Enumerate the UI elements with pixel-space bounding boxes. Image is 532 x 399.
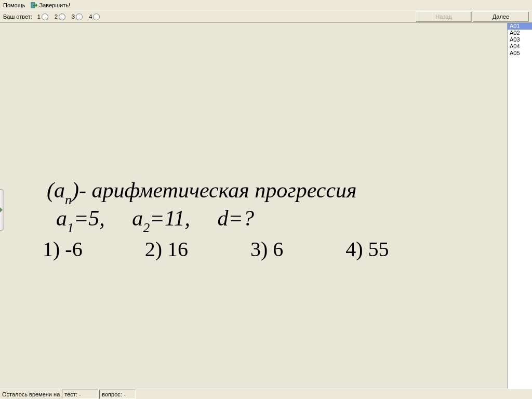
answer-display-1: 1) -6 — [43, 237, 83, 261]
answer-radio-2[interactable] — [59, 14, 65, 20]
answer-option-2[interactable]: 2 — [55, 14, 65, 20]
q2-a2rest: =11, — [150, 206, 190, 230]
back-button[interactable]: Назад — [416, 11, 472, 22]
status-time-label: Осталось времени на — [0, 390, 62, 399]
side-handle[interactable] — [0, 189, 4, 231]
q2-a1sub: 1 — [67, 220, 74, 235]
q1-post: )- арифметическая прогрессия — [72, 178, 357, 202]
q2-a2var: a — [132, 206, 143, 230]
answer-option-4-label: 4 — [89, 14, 92, 20]
menubar: Помощь Завершить! — [0, 0, 532, 10]
statusbar: Осталось времени на тест: - вопрос: - — [0, 389, 532, 399]
answer-option-2-label: 2 — [55, 14, 58, 20]
answer-option-3[interactable]: 3 — [72, 14, 83, 20]
q2-a1rest: =5, — [74, 206, 105, 230]
status-question-value: вопрос: - — [99, 390, 136, 399]
question-list-item-a02[interactable]: A02 — [508, 30, 532, 36]
answer-option-3-label: 3 — [72, 14, 75, 20]
q2-d: d=? — [218, 206, 254, 230]
answer-display-3: 3) 6 — [250, 237, 283, 261]
answer-radio-3[interactable] — [76, 14, 83, 20]
answer-toolbar-label: Ваш ответ: — [3, 14, 32, 20]
question-list-item-a05[interactable]: A05 — [508, 50, 532, 57]
answer-radio-4[interactable] — [93, 14, 100, 20]
answer-option-1[interactable]: 1 — [37, 14, 48, 20]
question-list-item-a04[interactable]: A04 — [508, 43, 532, 50]
menu-finish-label: Завершить! — [39, 2, 71, 8]
question-list-item-a01[interactable]: A01 — [508, 23, 532, 30]
q2-a1var: a — [56, 206, 67, 230]
answer-radio-group: 1 2 3 4 — [37, 14, 100, 20]
menu-help-label: Помощь — [3, 2, 25, 8]
answer-option-1-label: 1 — [37, 14, 41, 20]
question-canvas: (an)- арифметическая прогрессия a1=5, a2… — [0, 23, 507, 389]
menu-finish[interactable]: Завершить! — [30, 1, 72, 9]
answer-choices-display: 1) -6 2) 16 3) 6 4) 55 — [43, 237, 469, 261]
question-list: A01 A02 A03 A04 A05 — [507, 23, 532, 389]
answer-toolbar: Ваш ответ: 1 2 3 4 Назад Далее — [0, 10, 532, 23]
next-button[interactable]: Далее — [473, 11, 529, 22]
q1-pre: (a — [47, 178, 65, 202]
client-area: (an)- арифметическая прогрессия a1=5, a2… — [0, 23, 532, 389]
exit-icon — [31, 2, 38, 9]
answer-option-4[interactable]: 4 — [89, 14, 100, 20]
question-line-1: (an)- арифметическая прогрессия — [47, 178, 357, 206]
answer-display-4: 4) 55 — [345, 237, 389, 261]
answer-display-2: 2) 16 — [145, 237, 188, 261]
menu-help[interactable]: Помощь — [2, 2, 26, 9]
status-test-value: тест: - — [62, 390, 98, 399]
q2-a2sub: 2 — [143, 220, 150, 235]
answer-radio-1[interactable] — [42, 14, 48, 20]
question-list-item-a03[interactable]: A03 — [508, 36, 532, 43]
question-line-2: a1=5, a2=11, d=? — [56, 206, 254, 234]
